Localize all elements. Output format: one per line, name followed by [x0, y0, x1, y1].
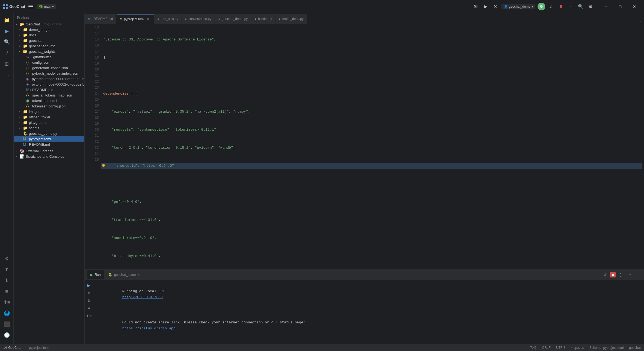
panel-icon-active[interactable]: ▶ [86, 282, 92, 289]
tree-item-config-json[interactable]: {} config.json [14, 60, 84, 65]
more-icon[interactable]: ⋮ [567, 3, 575, 10]
tree-item-geochat_weights[interactable]: ▾ 📂 geochat_weights [14, 49, 84, 54]
sidebar-icon-layers[interactable]: ⊞ [2, 59, 12, 69]
record-icon[interactable]: ⏺ [557, 3, 565, 10]
panel-action-stop[interactable]: ■ [610, 272, 616, 277]
code-line-22: "peft==0.4.0", [101, 199, 642, 205]
panel-icon-indent[interactable]: ⬆≡ [86, 313, 92, 319]
sidebar-icon-run[interactable]: ▶ [2, 26, 12, 36]
branch-selector[interactable]: 🌿 main ▾ [37, 4, 56, 9]
tree-item-pyproject-toml[interactable]: M pyproject.toml [14, 136, 84, 142]
tree-item-generation-config[interactable]: {} generation_config.json [14, 65, 84, 71]
editor-more-icon[interactable]: ⋮ [636, 16, 644, 24]
status-position[interactable]: 7:41 [529, 346, 538, 350]
tree-item-external-libs[interactable]: › 📚 External Libraries [14, 148, 84, 154]
sidebar-icon-bottom5[interactable]: ⬆≡ [2, 297, 12, 307]
email-icon[interactable]: ✉ [472, 3, 480, 10]
tree-item-geochat-root[interactable]: ▾ 📂 GeoChat E:\zxy\GeoChat [14, 21, 84, 27]
sidebar-icon-bottom3[interactable]: ⬇ [2, 276, 12, 285]
git-branch-name: GeoChat [8, 346, 21, 350]
run-icon[interactable]: ▶ [482, 3, 489, 10]
status-file[interactable]: pyproject.toml [28, 346, 51, 350]
tab-close-pyproject[interactable]: ✕ [146, 17, 150, 21]
tree-item-readme-weights[interactable]: M↓ README.md [14, 87, 84, 92]
tree-item-readme-root[interactable]: M↓ README.md [14, 142, 84, 147]
code-line-18: "requests", "sentencepiece", "tokenizers… [101, 127, 642, 133]
avatar[interactable]: G [538, 3, 545, 10]
tree-item-pytorch-00002[interactable]: ◈ pytorch_model-00002-of-00002.b [14, 81, 84, 87]
profile-badge[interactable]: 👤 geochat_demo ▾ [501, 4, 535, 9]
search-icon[interactable]: 🔍 [577, 3, 584, 10]
status-schema[interactable]: Schema: pyproject.toml [588, 346, 625, 350]
status-encoding[interactable]: UTF-8 [555, 346, 566, 350]
tree-item-offload[interactable]: › 📁 offload_folder [14, 114, 84, 120]
stop-icon[interactable]: ✕ [492, 3, 499, 10]
tree-item-tokenizer-config[interactable]: {} tokenizer_config.json [14, 103, 84, 109]
sidebar-icon-bottom2[interactable]: ⬆ [2, 265, 12, 274]
status-link[interactable]: https://status.gradio.app [122, 326, 176, 330]
sidebar-icon-git[interactable]: ⑂ [2, 48, 12, 58]
sidebar-icon-clock[interactable]: 🕐 [2, 330, 12, 340]
tree-item-images[interactable]: › 📁 images [14, 109, 84, 114]
panel-console[interactable]: Running on local URL: http://0.0.0.0:786… [93, 280, 644, 351]
tree-item-gitattributes[interactable]: ⚙ .gitattributes [14, 54, 84, 60]
panel-action-restart[interactable]: ↺ [601, 271, 609, 279]
star-icon[interactable]: ☆ [547, 3, 555, 10]
sidebar-icons: 📁 ▶ 🔍 ⑂ ⊞ ⋯ ⚙ ⬆ ⬇ ≡ ⬆≡ 🌐 ⬛ 🕐 ℹ [0, 13, 14, 351]
sidebar-icon-bottom6[interactable]: 🌐 [2, 308, 12, 318]
tab-geochat-demo[interactable]: ● geochat_demo.py [215, 14, 251, 24]
sidebar-icon-search[interactable]: 🔍 [2, 37, 12, 47]
panel-tab-run[interactable]: ▶ Run [87, 270, 104, 279]
panel-settings-icon[interactable]: ⋯ [625, 271, 633, 279]
local-url-link[interactable]: http://0.0.0.0:7860 [122, 295, 163, 299]
tree-item-pytorch-00001[interactable]: ◈ pytorch_model-00001-of-00002.b [14, 76, 84, 81]
status-project[interactable]: geochat [628, 346, 642, 350]
tree-item-scripts[interactable]: › 📁 scripts [14, 125, 84, 131]
settings-icon[interactable]: ⚙ [587, 3, 594, 10]
tree-item-geochat[interactable]: › 📁 geochat [14, 38, 84, 43]
tree-item-demo_images[interactable]: › 📁 demo_images [14, 27, 84, 32]
tab-make-delta[interactable]: ● make_delta.py [275, 14, 307, 24]
maximize-button[interactable]: □ [614, 2, 627, 11]
sidebar-icon-settings[interactable]: ⚙ [2, 254, 12, 264]
tabs-bar: M↓ README.md M pyproject.toml ✕ ● mm_uti… [85, 13, 644, 24]
panel-tab-close[interactable]: ✕ [137, 273, 140, 277]
tree-item-scratches[interactable]: › 📝 Scratches and Consoles [14, 154, 84, 159]
code-content[interactable]: "License :: OSI Approved :: Apache Softw… [101, 24, 642, 269]
tree-item-tokenizer-model[interactable]: ◉ tokenizer.model [14, 98, 84, 103]
panel-icon-down[interactable]: ⬇ [86, 297, 92, 304]
status-git-branch[interactable]: ⎇ GeoChat [2, 346, 22, 350]
hamburger-menu[interactable] [28, 4, 33, 9]
tab-pyproject[interactable]: M pyproject.toml ✕ [117, 14, 154, 24]
panel-tabs: ▶ Run 🐍 geochat_demo ✕ ↺ ■ ⋮ ⋯ ─ [85, 270, 644, 280]
panel-minimize-icon[interactable]: ─ [634, 271, 642, 279]
panel-icon-list[interactable]: ≡ [86, 305, 92, 312]
tree-item-docs[interactable]: › 📁 docs [14, 32, 84, 38]
sidebar-icon-bottom4[interactable]: ≡ [2, 286, 12, 296]
bottom-panel: ▶ Run 🐍 geochat_demo ✕ ↺ ■ ⋮ ⋯ ─ [85, 269, 644, 351]
status-line-ending[interactable]: CRLF [541, 346, 552, 350]
tree-item-playground[interactable]: › 📁 playground [14, 120, 84, 125]
app-name: GeoChat [9, 4, 25, 9]
close-button[interactable]: ✕ [628, 2, 641, 11]
sidebar-icon-explorer[interactable]: 📁 [2, 15, 12, 25]
panel-action-more[interactable]: ⋮ [617, 271, 624, 279]
console-url-line: Running on local URL: http://0.0.0.0:786… [93, 282, 644, 307]
tree-item-geochat-egg[interactable]: › 📁 geochat.egg-info [14, 43, 84, 49]
tree-item-special-tokens[interactable]: {} special_tokens_map.json [14, 92, 84, 98]
tree-item-geochat-demo-py[interactable]: 🐍 geochat_demo.py [14, 131, 84, 136]
sidebar-icon-terminal[interactable]: ⬛ [2, 319, 12, 329]
sidebar-icon-more[interactable]: ⋯ [2, 70, 12, 80]
status-indent[interactable]: 4 spaces [570, 346, 585, 350]
panel-icon-up[interactable]: ⬆ [86, 290, 92, 296]
status-crlf: CRLF [542, 346, 551, 350]
minimize-button[interactable]: ─ [600, 2, 612, 11]
tab-builder[interactable]: ● builder.py [251, 14, 275, 24]
tab-mm-utils[interactable]: ● mm_utils.py [154, 14, 182, 24]
editor-main: M↓ README.md M pyproject.toml ✕ ● mm_uti… [85, 13, 644, 351]
tab-conversation[interactable]: ● conversation.py [182, 14, 215, 24]
tab-readme[interactable]: M↓ README.md [85, 14, 117, 24]
run-tab-label: Run [95, 273, 101, 277]
panel-tab-geochat[interactable]: 🐍 geochat_demo ✕ [105, 270, 143, 279]
tree-item-pytorch-index[interactable]: {} pytorch_model.bin.index.json [14, 71, 84, 76]
